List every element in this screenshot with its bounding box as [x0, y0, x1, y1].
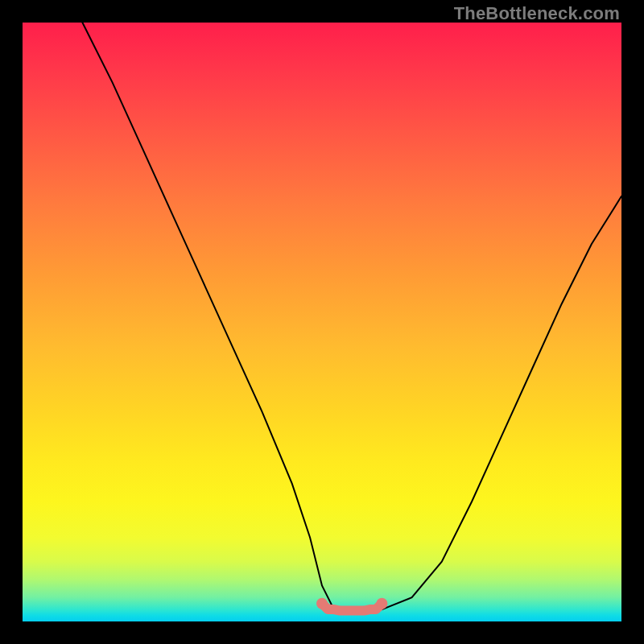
chart-svg [23, 23, 621, 621]
valley-dot-right [376, 598, 387, 609]
valley-dot-left [316, 598, 328, 609]
chart-frame: TheBottleneck.com [0, 0, 644, 644]
watermark-text: TheBottleneck.com [454, 3, 620, 24]
bottleneck-curve-line [82, 23, 621, 613]
